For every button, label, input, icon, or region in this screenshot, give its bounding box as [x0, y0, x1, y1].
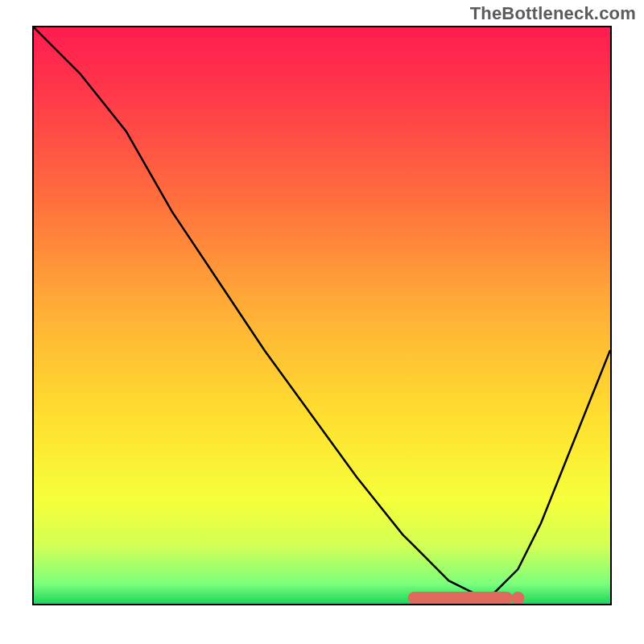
chart-background	[34, 27, 610, 604]
bottleneck-chart	[34, 27, 610, 604]
optimal-point-marker	[512, 592, 525, 604]
chart-container	[32, 26, 612, 605]
watermark-text: TheBottleneck.com	[470, 3, 636, 24]
